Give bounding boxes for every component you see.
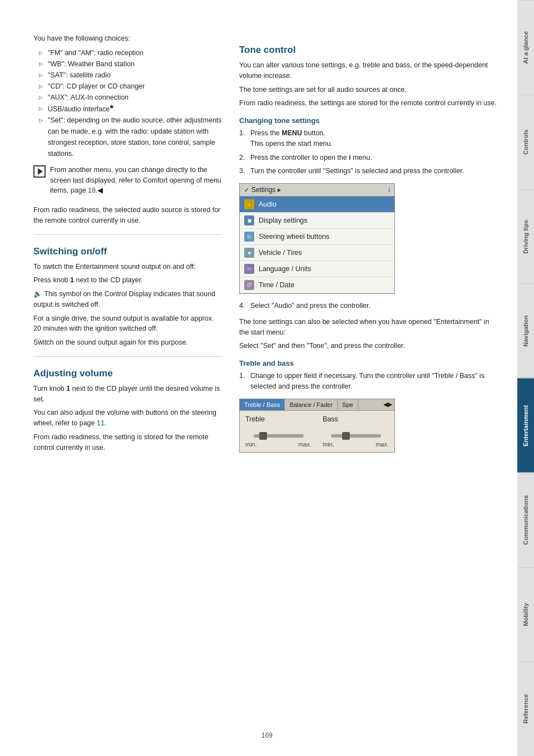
treble-max-label: max. — [298, 441, 312, 448]
switching-para2: Press knob 1 next to the CD player. — [33, 275, 222, 286]
sidebar-tab-reference[interactable]: Reference — [517, 661, 534, 756]
adjusting-para1: Turn knob 1 next to the CD player until … — [33, 384, 222, 405]
vehicle-icon: ◈ — [244, 248, 254, 258]
arrow-right-icon: ▸ — [278, 186, 281, 194]
page-link-18[interactable]: 18 — [88, 186, 96, 194]
display-icon: ◼ — [244, 215, 254, 225]
step-3: 3. Turn the controller until "Settings" … — [239, 166, 501, 176]
main-content: You have the following choices: "FM" and… — [0, 0, 517, 756]
switching-title: Switching on/off — [33, 246, 222, 257]
switching-para5: Switch on the sound output again for thi… — [33, 337, 222, 348]
switching-para1: To switch the Entertainment sound output… — [33, 262, 222, 272]
menu-screenshot: ✓ Settings ▸ i ♪ Audio ◼ Display setting… — [239, 183, 395, 294]
time-label: Time / Date — [259, 281, 294, 289]
tone-para2: The tone settings are set for all audio … — [239, 85, 501, 95]
switching-para4: For a single drive, the sound output is … — [33, 313, 222, 335]
treble-bass-screenshot: Treble / Bass Balance / Fader Spe ◀▶ Tre… — [239, 399, 395, 453]
bullet-item-6: "Set": depending on the audio source, ot… — [39, 115, 222, 159]
bullet-item-0: "FM" and "AM": radio reception — [39, 47, 222, 58]
switching-para3: 🔈⁠ This symbol on the Control Display in… — [33, 289, 222, 310]
sidebar-tab-driving-tips[interactable]: Driving tips — [517, 189, 534, 284]
menu-header-right: i — [389, 186, 390, 193]
right-sidebar: At a glance Controls Driving tips Naviga… — [517, 0, 534, 756]
changing-tone-title: Changing tone settings — [239, 116, 501, 125]
intro-text: You have the following choices: — [33, 33, 222, 44]
menu-item-vehicle: ◈ Vehicle / Tires — [240, 245, 394, 261]
tb-header: Treble / Bass Balance / Fader Spe ◀▶ — [240, 399, 394, 411]
sidebar-tab-communications[interactable]: Communications — [517, 473, 534, 567]
tone-alt-text: The tone settings can also be selected w… — [239, 317, 501, 338]
audio-label: Audio — [259, 200, 276, 208]
sidebar-tab-controls[interactable]: Controls — [517, 95, 534, 189]
bullet-item-1: "WB": Weather Band station — [39, 58, 222, 70]
vehicle-label: Vehicle / Tires — [259, 249, 302, 257]
menu-item-language: ♾ Language / Units — [240, 261, 394, 277]
bullet-item-3: "CD": CD player or CD changer — [39, 81, 222, 92]
settings-label: Settings — [251, 186, 275, 194]
bass-slider-thumb — [342, 432, 350, 440]
bass-label: Bass — [323, 415, 389, 423]
steps-list: 1. Press the MENU button. This opens the… — [239, 128, 501, 176]
treble-slider-area: min. max. — [245, 434, 312, 448]
tb-tab-treble-bass: Treble / Bass — [240, 399, 285, 410]
adjusting-para2: You can also adjust the volume with butt… — [33, 408, 222, 429]
tb-nav-icon: ◀▶ — [383, 401, 392, 408]
play-icon — [38, 168, 43, 175]
time-icon: ⏱ — [244, 280, 254, 290]
steps-list-2: 4. Select "Audio" and press the controll… — [239, 301, 501, 311]
bullet-list: "FM" and "AM": radio reception "WB": Wea… — [39, 47, 222, 159]
tone-alt-text2: Select "Set" and then "Tone", and press … — [239, 341, 501, 351]
steps-list-3: 1. Change to upper field if necessary. T… — [239, 371, 501, 392]
step-4: 4. Select "Audio" and press the controll… — [239, 301, 501, 311]
menu-item-steering: ⊙ Steering wheel buttons — [240, 229, 394, 245]
bullet-item-2: "SAT": satellite radio — [39, 70, 222, 81]
treble-minmax: min. max. — [245, 441, 312, 448]
separator-1 — [33, 234, 222, 235]
treble-slider-track — [254, 434, 304, 438]
menu-item-audio: ♪ Audio — [240, 197, 394, 213]
bass-slider-track — [331, 434, 381, 438]
sidebar-tab-entertainment[interactable]: Entertainment — [517, 378, 534, 473]
tb-tab-spe: Spe — [338, 399, 358, 410]
steering-icon: ⊙ — [244, 232, 254, 242]
treble-bass-step1: 1. Change to upper field if necessary. T… — [239, 371, 501, 392]
step-1: 1. Press the MENU button. This opens the… — [239, 128, 501, 149]
bass-minmax: min. max. — [323, 441, 389, 448]
tb-tab-balance: Balance / Fader — [285, 399, 338, 410]
treble-slider-thumb — [259, 432, 267, 440]
checkmark-icon: ✓ — [244, 186, 249, 194]
adjusting-title: Adjusting volume — [33, 368, 222, 379]
tone-para3: From radio readiness, the settings are s… — [239, 98, 501, 109]
treble-min-label: min. — [245, 441, 257, 448]
adjusting-para3: From radio readiness, the setting is sto… — [33, 432, 222, 453]
bass-section: Bass min. max. — [323, 415, 389, 448]
separator-2 — [33, 356, 222, 357]
menu-item-time: ⏱ Time / Date — [240, 277, 394, 293]
bass-min-label: min. — [323, 441, 334, 448]
sidebar-tab-mobility[interactable]: Mobility — [517, 567, 534, 662]
page-link-11[interactable]: 11 — [97, 419, 105, 427]
right-column: Tone control You can alter various tone … — [239, 33, 501, 723]
step-2: 2. Press the controller to open the i me… — [239, 153, 501, 163]
note-box: From another menu, you can change direct… — [33, 165, 222, 199]
tb-content: Treble min. max. Bass — [240, 411, 394, 452]
bullet-item-5: USB/audio interface✱ — [39, 103, 222, 115]
steering-label: Steering wheel buttons — [259, 233, 329, 240]
page-number: 169 — [261, 732, 273, 739]
sidebar-tab-navigation[interactable]: Navigation — [517, 283, 534, 378]
audio-icon: ♪ — [244, 199, 254, 209]
language-label: Language / Units — [259, 265, 312, 273]
menu-header-left: ✓ Settings ▸ — [244, 186, 281, 194]
sidebar-tab-at-a-glance[interactable]: At a glance — [517, 0, 534, 95]
tone-control-title: Tone control — [239, 45, 501, 56]
note-icon — [33, 165, 46, 178]
info-icon: i — [389, 186, 390, 193]
from-radio-text: From radio readiness, the selected audio… — [33, 205, 222, 226]
page-container: You have the following choices: "FM" and… — [0, 0, 534, 756]
language-icon: ♾ — [244, 264, 254, 274]
treble-section: Treble min. max. — [245, 415, 312, 448]
menu-header: ✓ Settings ▸ i — [240, 184, 394, 197]
treble-bass-title: Treble and bass — [239, 359, 501, 367]
note-text: From another menu, you can change direct… — [50, 165, 222, 196]
left-column: You have the following choices: "FM" and… — [33, 33, 222, 723]
